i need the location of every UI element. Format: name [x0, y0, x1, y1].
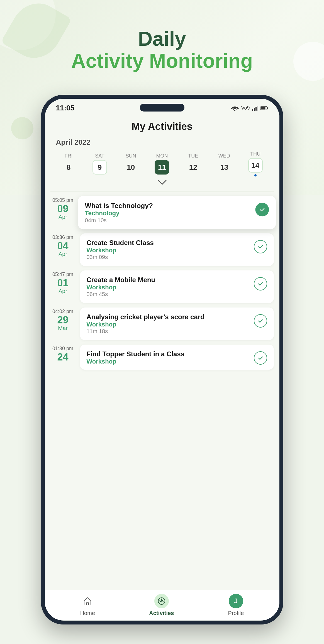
activity-time-1: 05:05 pm — [50, 197, 75, 203]
svg-rect-6 — [267, 107, 268, 109]
activity-month-3: Apr — [50, 288, 75, 294]
profile-icon: J — [229, 594, 243, 608]
phone-frame: 11:05 Vo9 — [41, 95, 283, 624]
phone-screen: 11:05 Vo9 — [45, 99, 279, 621]
activity-row-3[interactable]: 05:47 pm 01 Apr Create a Mobile Menu Wor… — [50, 270, 274, 303]
activity-card-3[interactable]: Create a Mobile Menu Workshop 06m 45s — [80, 270, 274, 303]
cal-day-num-fri: 8 — [61, 160, 76, 175]
activity-name-4: Analysing cricket player's score card — [87, 313, 207, 321]
activity-name-5: Find Topper Student in a Class — [87, 350, 187, 358]
cal-day-mon[interactable]: MON 11 — [155, 153, 169, 175]
svg-rect-2 — [254, 108, 255, 111]
cal-day-name-sun: SUN — [126, 153, 136, 159]
svg-rect-1 — [252, 109, 253, 111]
activity-category-1: Technology — [85, 210, 156, 217]
calendar-month: April 2022 — [53, 138, 271, 147]
cal-day-name-sat: SAT — [95, 153, 104, 159]
activity-duration-4: 11m 18s — [87, 328, 207, 335]
svg-point-0 — [234, 110, 235, 111]
activity-day-2: 04 — [50, 241, 75, 251]
activity-row-2[interactable]: 03:36 pm 04 Apr Create Student Class Wor… — [50, 233, 274, 266]
signal-icon — [252, 106, 258, 111]
cal-day-fri[interactable]: FRI 8 — [61, 153, 76, 175]
activity-category-5: Workshop — [87, 358, 187, 365]
title-activity: Activity Monitoring — [0, 50, 324, 72]
activity-duration-1: 04m 10s — [85, 217, 156, 223]
cal-day-num-thu: 14 — [248, 158, 263, 173]
nav-activities[interactable]: Activities — [149, 594, 174, 616]
nav-profile[interactable]: J Profile — [228, 594, 244, 616]
activity-name-1: What is Technology? — [85, 202, 156, 210]
calendar-chevron[interactable] — [53, 176, 271, 189]
cal-day-num-sat: 9 — [92, 160, 107, 175]
nav-activities-label: Activities — [149, 610, 174, 616]
svg-rect-4 — [257, 106, 258, 111]
svg-rect-7 — [261, 107, 265, 109]
check-icon-2 — [254, 240, 267, 253]
nav-home-label: Home — [80, 610, 95, 616]
check-icon-5 — [254, 351, 267, 365]
activity-category-3: Workshop — [87, 284, 158, 291]
activity-day-3: 01 — [50, 278, 75, 288]
check-icon-1 — [255, 203, 269, 216]
activity-day-5: 24 — [50, 352, 75, 362]
activity-day-1: 09 — [50, 204, 75, 214]
app-content: My Activities April 2022 FRI 8 SAT 9 SUN — [45, 115, 279, 620]
battery-icon — [260, 106, 268, 110]
title-section: Daily Activity Monitoring — [0, 28, 324, 72]
cal-day-sat[interactable]: SAT 9 — [92, 153, 107, 175]
activity-date-4: 04:02 pm 29 Mar — [50, 308, 75, 331]
activity-card-1[interactable]: What is Technology? Technology 04m 10s — [78, 196, 276, 229]
wifi-icon — [231, 105, 239, 111]
cal-day-num-wed: 13 — [217, 160, 232, 175]
home-icon — [80, 594, 95, 608]
cal-day-name-tue: TUE — [188, 153, 198, 159]
activity-date-5: 01:30 pm 24 — [50, 345, 75, 362]
calendar-section: April 2022 FRI 8 SAT 9 SUN 10 — [45, 138, 279, 192]
activity-month-1: Apr — [50, 214, 75, 220]
profile-avatar: J — [229, 594, 243, 608]
cal-day-name-mon: MON — [156, 153, 168, 159]
nav-home[interactable]: Home — [80, 594, 95, 616]
cal-day-name-wed: WED — [218, 153, 230, 159]
activity-category-4: Workshop — [87, 321, 207, 328]
activity-duration-2: 03m 09s — [87, 254, 157, 260]
cal-day-name-thu: THU — [250, 151, 260, 157]
notch — [140, 104, 184, 112]
svg-rect-3 — [255, 107, 257, 111]
network-text: Vo9 — [241, 105, 250, 111]
status-bar: 11:05 Vo9 — [45, 99, 279, 115]
cal-day-name-fri: FRI — [65, 153, 73, 159]
activity-date-3: 05:47 pm 01 Apr — [50, 270, 75, 294]
activity-card-5[interactable]: Find Topper Student in a Class Workshop — [80, 345, 274, 370]
app-header: My Activities — [45, 115, 279, 138]
cal-day-tue[interactable]: TUE 12 — [186, 153, 200, 175]
nav-profile-label: Profile — [228, 610, 244, 616]
activity-name-2: Create Student Class — [87, 239, 157, 247]
activity-duration-3: 06m 45s — [87, 291, 158, 297]
app-title: My Activities — [56, 121, 268, 132]
activity-row-5[interactable]: 01:30 pm 24 Find Topper Student in a Cla… — [50, 345, 274, 370]
activity-time-4: 04:02 pm — [50, 309, 75, 314]
activity-date-2: 03:36 pm 04 Apr — [50, 233, 75, 257]
activity-date-1: 05:05 pm 09 Apr — [50, 196, 75, 220]
activity-row-4[interactable]: 04:02 pm 29 Mar Analysing cricket player… — [50, 308, 274, 340]
cal-day-num-mon: 11 — [155, 160, 169, 175]
cal-day-sun[interactable]: SUN 10 — [124, 153, 138, 175]
activity-time-2: 03:36 pm — [50, 234, 75, 240]
cal-day-thu[interactable]: THU 14 — [248, 151, 263, 176]
check-icon-4 — [254, 314, 267, 328]
title-daily: Daily — [0, 28, 324, 50]
activity-card-2[interactable]: Create Student Class Workshop 03m 09s — [80, 233, 274, 266]
activity-row-1[interactable]: 05:05 pm 09 Apr What is Technology? Tech… — [50, 196, 274, 229]
calendar-week: FRI 8 SAT 9 SUN 10 MON 11 — [53, 151, 271, 176]
cal-day-wed[interactable]: WED 13 — [217, 153, 232, 175]
cal-day-num-sun: 10 — [124, 160, 138, 175]
activity-category-2: Workshop — [87, 247, 157, 254]
activity-time-3: 05:47 pm — [50, 272, 75, 277]
bottom-nav: Home Activities J — [45, 590, 279, 620]
activity-card-4[interactable]: Analysing cricket player's score card Wo… — [80, 308, 274, 340]
bg-circle-3 — [11, 117, 33, 139]
cal-day-num-tue: 12 — [186, 160, 200, 175]
activity-name-3: Create a Mobile Menu — [87, 276, 158, 284]
